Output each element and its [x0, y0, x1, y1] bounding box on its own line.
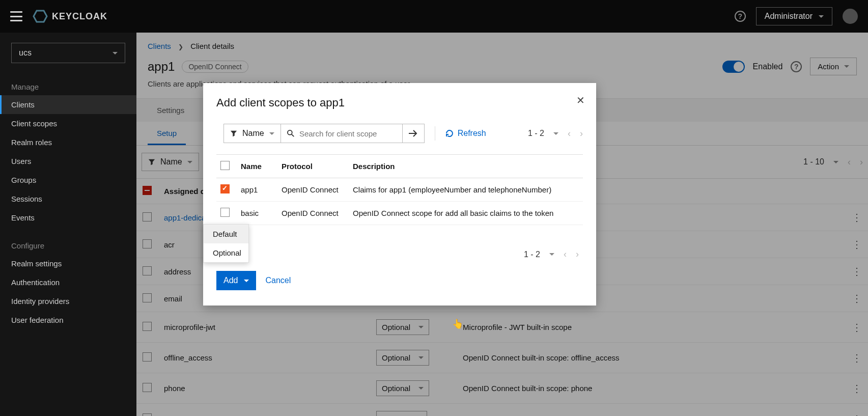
refresh-button[interactable]: Refresh: [445, 129, 486, 138]
table-row: basic OpenID Connect OpenID Connect scop…: [216, 202, 583, 225]
modal-pager-bottom: 1 - 2 ‹ ›: [524, 249, 579, 260]
caret-down-icon: [269, 132, 274, 135]
sidebar-item-realm-roles[interactable]: Realm roles: [0, 133, 136, 152]
caret-down-icon[interactable]: [553, 132, 558, 135]
brand-text: KEYCLOAK: [52, 11, 107, 22]
hamburger-menu[interactable]: [10, 11, 22, 21]
arrow-right-icon: [409, 130, 418, 137]
row-checkbox[interactable]: [220, 184, 230, 193]
help-icon[interactable]: ?: [735, 11, 746, 22]
dropdown-option-default[interactable]: Default: [204, 225, 248, 243]
search-icon: [287, 129, 294, 137]
add-button[interactable]: Add: [216, 271, 256, 290]
col-name: Name: [237, 155, 277, 178]
assign-type-dropdown: Default Optional: [203, 224, 249, 263]
row-description: OpenID Connect scope for add all basic c…: [349, 202, 583, 225]
sidebar-item-realm-settings[interactable]: Realm settings: [0, 254, 136, 273]
topbar: KEYCLOAK ? Administrator: [0, 0, 868, 33]
checkbox-all[interactable]: [220, 161, 230, 170]
sidebar-item-user-federation[interactable]: User federation: [0, 311, 136, 329]
topbar-left: KEYCLOAK: [10, 9, 107, 24]
admin-dropdown[interactable]: Administrator: [756, 7, 832, 25]
refresh-icon: [445, 129, 454, 137]
modal-footer: Add Cancel: [216, 271, 583, 290]
caret-down-icon: [819, 15, 824, 18]
table-row: app1 OpenID Connect Claims for app1 (emp…: [216, 178, 583, 202]
modal-toolbar: Name Refresh 1 - 2 ‹ ›: [216, 124, 583, 143]
section-manage: Manage: [0, 78, 136, 95]
sidebar-item-sessions[interactable]: Sessions: [0, 189, 136, 208]
search-input-wrapper: [281, 124, 403, 143]
search-submit[interactable]: [402, 124, 425, 143]
modal-title: Add client scopes to app1: [216, 96, 583, 109]
modal-add-client-scopes: Add client scopes to app1 ✕ Name Refresh…: [203, 83, 596, 306]
modal-pager-top: 1 - 2 ‹ ›: [528, 128, 583, 139]
caret-down-icon: [244, 280, 249, 282]
pager-next[interactable]: ›: [580, 128, 583, 139]
realm-name: ucs: [19, 48, 32, 58]
pager-next[interactable]: ›: [576, 249, 579, 260]
realm-selector[interactable]: ucs: [11, 43, 125, 63]
funnel-icon: [230, 130, 237, 137]
topbar-right: ? Administrator: [735, 7, 858, 25]
keycloak-icon: [33, 9, 48, 24]
pager-range: 1 - 2: [524, 250, 540, 259]
sidebar-item-users[interactable]: Users: [0, 152, 136, 171]
admin-label: Administrator: [765, 12, 813, 21]
refresh-label: Refresh: [458, 129, 486, 138]
close-icon[interactable]: ✕: [576, 94, 585, 106]
search-input[interactable]: [299, 129, 396, 138]
filter-label: Name: [242, 129, 264, 138]
sidebar-item-identity-providers[interactable]: Identity providers: [0, 292, 136, 311]
row-protocol: OpenID Connect: [277, 178, 349, 202]
row-protocol: OpenID Connect: [277, 202, 349, 225]
cancel-button[interactable]: Cancel: [265, 276, 291, 285]
col-protocol: Protocol: [277, 155, 349, 178]
divider: [435, 126, 435, 141]
caret-down-icon[interactable]: [549, 253, 554, 256]
col-description: Description: [349, 155, 583, 178]
sidebar-item-client-scopes[interactable]: Client scopes: [0, 114, 136, 133]
sidebar: ucs Manage Clients Client scopes Realm r…: [0, 33, 136, 416]
row-name: basic: [237, 202, 277, 225]
brand-logo[interactable]: KEYCLOAK: [33, 9, 107, 24]
dropdown-option-optional[interactable]: Optional: [204, 243, 248, 262]
sidebar-item-groups[interactable]: Groups: [0, 171, 136, 189]
pager-range: 1 - 2: [528, 129, 544, 138]
svg-point-1: [288, 130, 292, 135]
add-label: Add: [223, 276, 238, 285]
svg-marker-0: [34, 11, 47, 22]
section-configure: Configure: [0, 237, 136, 254]
pager-prev[interactable]: ‹: [564, 249, 567, 260]
row-description: Claims for app1 (employeeNumber and tele…: [349, 178, 583, 202]
modal-filter-dropdown[interactable]: Name: [223, 124, 281, 143]
sidebar-item-events[interactable]: Events: [0, 208, 136, 227]
pager-prev[interactable]: ‹: [568, 128, 571, 139]
row-name: app1: [237, 178, 277, 202]
row-checkbox[interactable]: [220, 208, 230, 217]
caret-down-icon: [113, 52, 118, 54]
sidebar-item-authentication[interactable]: Authentication: [0, 273, 136, 292]
svg-line-2: [292, 134, 294, 136]
avatar[interactable]: [843, 9, 858, 24]
modal-table: Name Protocol Description app1 OpenID Co…: [216, 154, 583, 225]
sidebar-item-clients[interactable]: Clients: [0, 95, 136, 114]
